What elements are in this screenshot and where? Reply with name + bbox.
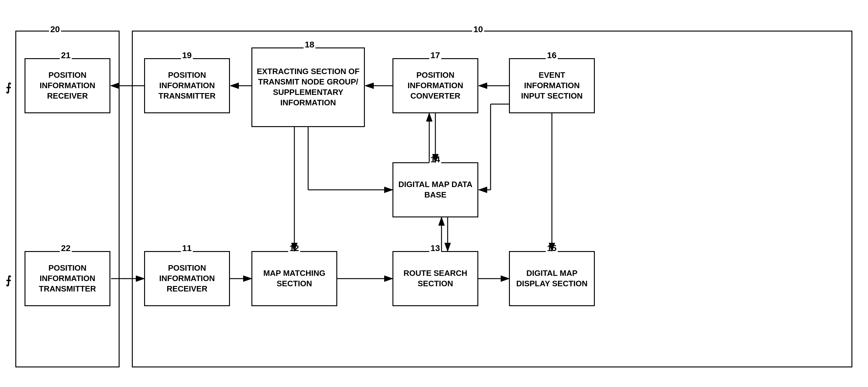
wave-left-bottom: ⨍	[5, 274, 11, 287]
label-11: 11	[181, 243, 193, 253]
label-10: 10	[472, 25, 484, 34]
block-11: POSITION INFORMATION RECEIVER	[144, 251, 230, 306]
diagram: 20 10 POSITION INFORMATION RECEIVER 21 P…	[0, 0, 868, 387]
block-21: POSITION INFORMATION RECEIVER	[25, 58, 111, 113]
block-17: POSITION INFORMATION CONVERTER	[393, 58, 478, 113]
label-19: 19	[181, 50, 193, 60]
label-12: 12	[288, 243, 300, 253]
label-17: 17	[429, 50, 441, 60]
block-19: POSITION INFORMATION TRANSMITTER	[144, 58, 230, 113]
label-13: 13	[429, 243, 441, 253]
block-13: ROUTE SEARCH SECTION	[393, 251, 478, 306]
block-15: DIGITAL MAP DISPLAY SECTION	[509, 251, 595, 306]
block-22: POSITION INFORMATION TRANSMITTER	[25, 251, 111, 306]
block-16: EVENT INFORMATION INPUT SECTION	[509, 58, 595, 113]
wave-left-top: ⨍	[5, 81, 11, 94]
label-20: 20	[49, 25, 61, 34]
label-15: 15	[546, 243, 558, 253]
block-18: EXTRACTING SECTION OF TRANSMIT NODE GROU…	[251, 47, 365, 127]
block-12: MAP MATCHING SECTION	[251, 251, 337, 306]
label-16: 16	[546, 50, 558, 60]
label-21: 21	[60, 50, 72, 60]
label-14: 14	[429, 154, 441, 165]
outer-box-10	[132, 31, 852, 367]
label-22: 22	[60, 243, 72, 253]
block-14: DIGITAL MAP DATA BASE	[393, 162, 478, 217]
label-18: 18	[304, 40, 315, 49]
